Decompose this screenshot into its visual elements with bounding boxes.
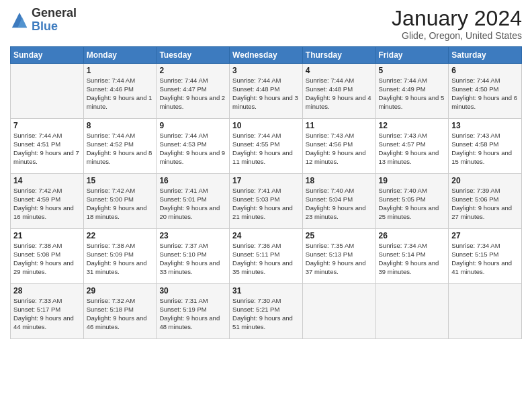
day-info: Sunrise: 7:44 AMSunset: 4:49 PMDaylight:… [379,77,445,109]
day-info: Sunrise: 7:44 AMSunset: 4:55 PMDaylight:… [232,132,293,165]
calendar-cell: 26Sunrise: 7:34 AMSunset: 5:14 PMDayligh… [375,229,449,284]
day-info: Sunrise: 7:40 AMSunset: 5:05 PMDaylight:… [379,187,439,220]
calendar-cell: 14Sunrise: 7:42 AMSunset: 4:59 PMDayligh… [11,174,84,229]
day-number: 2 [159,66,226,75]
calendar-cell: 9Sunrise: 7:44 AMSunset: 4:53 PMDaylight… [157,119,230,174]
calendar-cell [449,284,522,339]
col-sunday: Sunday [11,47,84,64]
day-info: Sunrise: 7:44 AMSunset: 4:52 PMDaylight:… [87,132,152,165]
calendar-cell: 24Sunrise: 7:36 AMSunset: 5:11 PMDayligh… [230,229,303,284]
day-number: 9 [159,121,226,130]
calendar-cell: 11Sunrise: 7:43 AMSunset: 4:56 PMDayligh… [302,119,375,174]
calendar-week-5: 28Sunrise: 7:33 AMSunset: 5:17 PMDayligh… [11,284,522,339]
calendar-cell: 19Sunrise: 7:40 AMSunset: 5:05 PMDayligh… [375,174,449,229]
day-info: Sunrise: 7:31 AMSunset: 5:19 PMDaylight:… [159,297,220,330]
day-number: 31 [232,286,300,295]
day-number: 29 [87,286,154,295]
logo-icon [10,11,29,30]
calendar-cell: 17Sunrise: 7:41 AMSunset: 5:03 PMDayligh… [230,174,303,229]
day-info: Sunrise: 7:44 AMSunset: 4:47 PMDaylight:… [159,77,225,109]
day-info: Sunrise: 7:38 AMSunset: 5:08 PMDaylight:… [13,242,74,275]
day-number: 1 [87,66,154,75]
calendar-cell: 16Sunrise: 7:41 AMSunset: 5:01 PMDayligh… [157,174,230,229]
day-info: Sunrise: 7:39 AMSunset: 5:06 PMDaylight:… [451,187,512,220]
day-number: 19 [379,176,446,185]
col-monday: Monday [83,47,157,64]
calendar-cell: 29Sunrise: 7:32 AMSunset: 5:18 PMDayligh… [83,284,157,339]
header-row: Sunday Monday Tuesday Wednesday Thursday… [11,47,522,64]
day-number: 22 [87,231,154,240]
day-number: 28 [13,286,81,295]
logo: General Blue [10,7,77,34]
day-info: Sunrise: 7:34 AMSunset: 5:15 PMDaylight:… [451,242,512,275]
logo-general-text: General [32,6,77,19]
day-info: Sunrise: 7:34 AMSunset: 5:14 PMDaylight:… [379,242,439,275]
calendar-cell: 27Sunrise: 7:34 AMSunset: 5:15 PMDayligh… [449,229,522,284]
calendar-cell: 10Sunrise: 7:44 AMSunset: 4:55 PMDayligh… [230,119,303,174]
day-info: Sunrise: 7:32 AMSunset: 5:18 PMDaylight:… [87,297,147,330]
day-number: 5 [379,66,446,75]
col-thursday: Thursday [302,47,375,64]
calendar-cell: 5Sunrise: 7:44 AMSunset: 4:49 PMDaylight… [375,64,449,119]
day-info: Sunrise: 7:41 AMSunset: 5:03 PMDaylight:… [232,187,293,220]
calendar-cell: 25Sunrise: 7:35 AMSunset: 5:13 PMDayligh… [302,229,375,284]
col-friday: Friday [375,47,449,64]
day-info: Sunrise: 7:36 AMSunset: 5:11 PMDaylight:… [232,242,293,275]
day-info: Sunrise: 7:43 AMSunset: 4:58 PMDaylight:… [451,132,512,165]
day-info: Sunrise: 7:44 AMSunset: 4:53 PMDaylight:… [159,132,225,165]
title-block: January 2024 Glide, Oregon, United State… [392,7,522,41]
calendar-cell: 12Sunrise: 7:43 AMSunset: 4:57 PMDayligh… [375,119,449,174]
day-number: 17 [232,176,300,185]
day-number: 7 [13,121,81,130]
day-info: Sunrise: 7:42 AMSunset: 4:59 PMDaylight:… [13,187,74,220]
day-number: 12 [379,121,446,130]
calendar-week-4: 21Sunrise: 7:38 AMSunset: 5:08 PMDayligh… [11,229,522,284]
day-info: Sunrise: 7:42 AMSunset: 5:00 PMDaylight:… [87,187,147,220]
day-number: 14 [13,176,81,185]
day-info: Sunrise: 7:44 AMSunset: 4:48 PMDaylight:… [232,77,298,109]
day-info: Sunrise: 7:40 AMSunset: 5:04 PMDaylight:… [306,187,366,220]
logo-blue-text: Blue [32,19,58,33]
calendar-week-2: 7Sunrise: 7:44 AMSunset: 4:51 PMDaylight… [11,119,522,174]
day-info: Sunrise: 7:44 AMSunset: 4:51 PMDaylight:… [13,132,79,165]
day-number: 23 [159,231,226,240]
calendar-cell: 7Sunrise: 7:44 AMSunset: 4:51 PMDaylight… [11,119,84,174]
day-number: 8 [87,121,154,130]
col-tuesday: Tuesday [157,47,230,64]
calendar-cell: 4Sunrise: 7:44 AMSunset: 4:48 PMDaylight… [302,64,375,119]
day-number: 24 [232,231,300,240]
day-number: 4 [306,66,373,75]
day-info: Sunrise: 7:30 AMSunset: 5:21 PMDaylight:… [232,297,293,330]
day-number: 6 [451,66,519,75]
calendar-cell: 13Sunrise: 7:43 AMSunset: 4:58 PMDayligh… [449,119,522,174]
day-number: 25 [306,231,373,240]
calendar-cell: 30Sunrise: 7:31 AMSunset: 5:19 PMDayligh… [157,284,230,339]
location: Glide, Oregon, United States [392,30,522,41]
day-info: Sunrise: 7:44 AMSunset: 4:48 PMDaylight:… [306,77,371,109]
calendar-cell [11,64,84,119]
calendar-cell: 23Sunrise: 7:37 AMSunset: 5:10 PMDayligh… [157,229,230,284]
calendar-cell: 2Sunrise: 7:44 AMSunset: 4:47 PMDaylight… [157,64,230,119]
day-number: 10 [232,121,300,130]
day-number: 13 [451,121,519,130]
day-number: 18 [306,176,373,185]
calendar-week-1: 1Sunrise: 7:44 AMSunset: 4:46 PMDaylight… [11,64,522,119]
day-number: 21 [13,231,81,240]
col-saturday: Saturday [449,47,522,64]
calendar-cell: 22Sunrise: 7:38 AMSunset: 5:09 PMDayligh… [83,229,157,284]
day-number: 15 [87,176,154,185]
day-info: Sunrise: 7:43 AMSunset: 4:57 PMDaylight:… [379,132,439,165]
day-number: 26 [379,231,446,240]
calendar-cell: 31Sunrise: 7:30 AMSunset: 5:21 PMDayligh… [230,284,303,339]
calendar-cell [375,284,449,339]
day-info: Sunrise: 7:44 AMSunset: 4:46 PMDaylight:… [87,77,152,109]
calendar-cell [302,284,375,339]
day-info: Sunrise: 7:35 AMSunset: 5:13 PMDaylight:… [306,242,366,275]
calendar-cell: 1Sunrise: 7:44 AMSunset: 4:46 PMDaylight… [83,64,157,119]
calendar-cell: 21Sunrise: 7:38 AMSunset: 5:08 PMDayligh… [11,229,84,284]
day-info: Sunrise: 7:41 AMSunset: 5:01 PMDaylight:… [159,187,220,220]
day-info: Sunrise: 7:37 AMSunset: 5:10 PMDaylight:… [159,242,220,275]
day-number: 30 [159,286,226,295]
day-number: 3 [232,66,300,75]
header: General Blue January 2024 Glide, Oregon,… [10,7,522,41]
